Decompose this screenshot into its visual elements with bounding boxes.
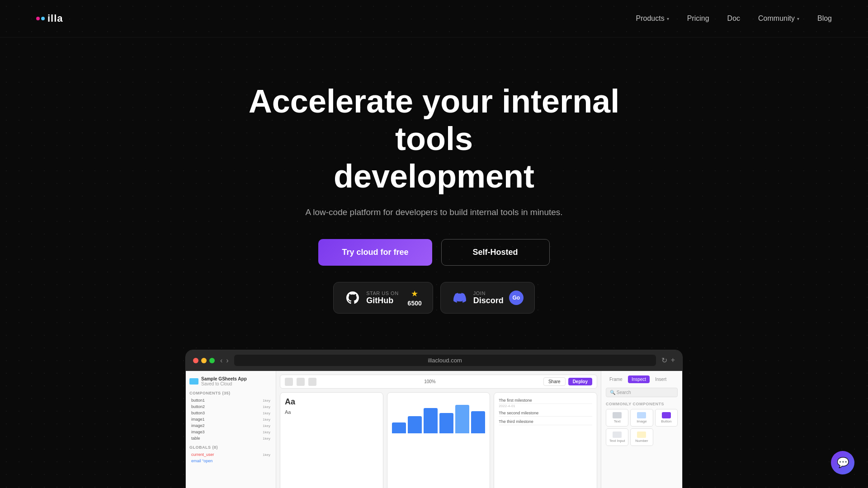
toolbar-right: Share Deploy (543, 377, 592, 386)
social-buttons: STAR US ON GitHub ★ 6500 JOIN Discord Go (333, 282, 535, 314)
refresh-icon: ↻ (661, 356, 667, 365)
image-component-icon (637, 412, 646, 418)
chart-bar (471, 411, 485, 433)
list-item[interactable]: image31key (189, 429, 272, 435)
github-icon (344, 290, 361, 306)
tab-insert[interactable]: Insert (651, 375, 670, 383)
components-section-label: Commonly Components (606, 402, 678, 406)
app-sidebar: Sample GSheets App Saved to Cloud COMPON… (186, 371, 276, 488)
chart-bar (392, 422, 406, 434)
browser-actions: ↻ + (661, 356, 675, 365)
zoom-level: 100% (424, 379, 436, 384)
list-item[interactable]: image11key (189, 416, 272, 422)
panel-search[interactable]: 🔍 Search (606, 388, 678, 397)
mini-table: The first milestone 2022-4-01 The second… (499, 397, 592, 425)
logo-dot-blue (41, 17, 45, 20)
component-number[interactable]: Number (630, 428, 653, 446)
github-stats: ★ 6500 (408, 289, 422, 307)
back-icon: ‹ (220, 357, 222, 365)
logo-text: illa (47, 13, 63, 24)
chat-bubble[interactable]: 💬 (831, 451, 854, 474)
tab-inspect[interactable]: Inspect (628, 375, 650, 383)
discord-button[interactable]: JOIN Discord Go (440, 282, 535, 314)
chart-bars (392, 397, 486, 433)
list-item[interactable]: button31key (189, 410, 272, 416)
nav-community[interactable]: Community ▾ (758, 14, 799, 23)
share-button[interactable]: Share (543, 377, 566, 386)
browser-chrome: ‹ › illacloud.com ↻ + (186, 350, 682, 371)
list-item[interactable]: table1key (189, 435, 272, 441)
chart-bar (455, 405, 469, 433)
table-row: The second milestone (499, 410, 592, 417)
text-input-component-icon (613, 432, 622, 438)
toolbar-icon (297, 378, 305, 386)
tab-frame[interactable]: Frame (606, 375, 626, 383)
canvas-typography-card: Aa Aa (280, 392, 383, 488)
browser-nav-arrows: ‹ › (220, 357, 229, 365)
chart-bar (439, 413, 453, 434)
maximize-dot (209, 358, 215, 363)
screenshot-section: ‹ › illacloud.com ↻ + Sample GSheets App… (0, 350, 868, 488)
discord-go-badge: Go (509, 291, 524, 305)
chart-bar (424, 408, 438, 433)
forward-icon: › (226, 357, 228, 365)
nav-blog[interactable]: Blog (817, 14, 832, 23)
nav-doc[interactable]: Doc (727, 14, 740, 23)
table-row: The first milestone (499, 397, 592, 404)
type-demo-large: Aa (285, 397, 378, 407)
toolbar-icon (308, 378, 316, 386)
deploy-button[interactable]: Deploy (568, 378, 592, 385)
app-interface: Sample GSheets App Saved to Cloud COMPON… (186, 371, 682, 488)
browser-url-bar: illacloud.com (234, 355, 656, 366)
nav-pricing[interactable]: Pricing (687, 14, 709, 23)
component-button[interactable]: Button (655, 409, 678, 427)
nav-products[interactable]: Products ▾ (636, 14, 669, 23)
app-right-panel: Frame Inspect Insert 🔍 Search Commonly C… (601, 371, 682, 488)
github-content: STAR US ON GitHub (366, 291, 398, 305)
globals-label: GLOBALS (8) (189, 445, 272, 450)
logo-dot-pink (36, 17, 40, 20)
component-text[interactable]: Text (606, 409, 628, 427)
github-button[interactable]: STAR US ON GitHub ★ 6500 (333, 282, 433, 314)
type-demo-small: Aa (285, 409, 378, 415)
toolbar-left (285, 378, 316, 386)
app-sidebar-header: Sample GSheets App Saved to Cloud (189, 376, 272, 386)
chevron-down-icon: ▾ (667, 16, 669, 21)
table-row: The third milestone (499, 418, 592, 425)
component-text-input[interactable]: Text Input (606, 428, 628, 446)
star-icon: ★ (411, 289, 418, 299)
button-component-icon (662, 412, 671, 418)
chevron-down-icon: ▾ (797, 16, 799, 21)
canvas-table-card: The first milestone 2022-4-01 The second… (494, 392, 597, 488)
list-item[interactable]: button21key (189, 404, 272, 410)
hero-subtitle: A low-code platform for developers to bu… (305, 207, 562, 217)
list-item[interactable]: current_user1key (189, 451, 272, 458)
chart-bar (408, 416, 422, 434)
app-name: Sample GSheets App (201, 376, 247, 381)
chat-icon: 💬 (837, 457, 849, 469)
browser-traffic-lights (193, 358, 215, 363)
app-canvas-area: 100% Share Deploy Aa Aa (276, 371, 601, 488)
logo-icon (36, 17, 45, 20)
close-dot (193, 358, 198, 363)
panel-tabs: Frame Inspect Insert (606, 375, 678, 383)
component-image[interactable]: Image (630, 409, 653, 427)
list-item[interactable]: email "open (189, 458, 272, 464)
list-item[interactable]: image21key (189, 422, 272, 429)
logo[interactable]: illa (36, 13, 63, 24)
list-item[interactable]: button11key (189, 397, 272, 404)
try-cloud-button[interactable]: Try cloud for free (318, 239, 432, 266)
discord-icon (452, 290, 468, 306)
text-component-icon (613, 412, 622, 418)
self-hosted-button[interactable]: Self-Hosted (441, 239, 550, 266)
app-sub: Saved to Cloud (201, 381, 247, 386)
new-tab-icon: + (671, 356, 675, 365)
table-date: 2022-4-01 (499, 404, 592, 408)
discord-content: JOIN Discord (473, 291, 504, 305)
canvas-chart-card (387, 392, 491, 488)
app-screenshot: ‹ › illacloud.com ↻ + Sample GSheets App… (185, 350, 683, 488)
app-canvas: Aa Aa (280, 392, 597, 488)
components-label: COMPONENTS (35) (189, 391, 272, 395)
navbar: illa Products ▾ Pricing Doc Community ▾ … (0, 0, 868, 38)
hero-cta-buttons: Try cloud for free Self-Hosted (318, 239, 549, 266)
